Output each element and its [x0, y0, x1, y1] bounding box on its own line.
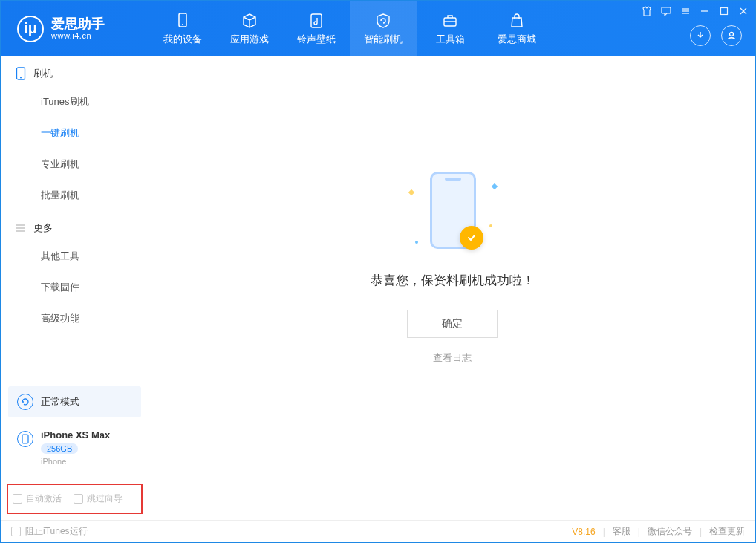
device-card[interactable]: iPhone XS Max 256GB iPhone — [8, 422, 141, 473]
checkmark-badge-icon — [460, 226, 483, 250]
footer-link-wechat[interactable]: 微信公众号 — [648, 525, 692, 538]
user-account-button[interactable] — [721, 25, 742, 46]
sidebar-item-other-tools[interactable]: 其他工具 — [1, 241, 149, 272]
checkbox-skip-guide[interactable]: 跳过向导 — [74, 492, 123, 505]
checkbox-icon — [74, 494, 83, 504]
tab-my-device[interactable]: 我的设备 — [149, 1, 216, 56]
app-title: 爱思助手 — [51, 17, 105, 32]
feedback-icon[interactable] — [660, 5, 672, 17]
svg-rect-2 — [311, 14, 322, 27]
main-tabs: 我的设备 应用游戏 铃声壁纸 智能刷机 工具箱 爱思商城 — [149, 1, 550, 56]
tab-apps-games[interactable]: 应用游戏 — [216, 1, 283, 56]
sidebar-item-batch-flash[interactable]: 批量刷机 — [1, 180, 149, 211]
bag-icon — [508, 12, 526, 30]
sidebar-section-flash: 刷机 — [1, 56, 149, 86]
view-log-link[interactable]: 查看日志 — [433, 351, 472, 365]
checkbox-icon — [11, 527, 21, 536]
footer-link-update[interactable]: 检查更新 — [709, 525, 745, 538]
sidebar-item-oneclick-flash[interactable]: 一键刷机 — [1, 117, 149, 149]
logo-icon: iμ — [17, 16, 44, 42]
header-actions — [690, 25, 742, 46]
music-note-icon — [307, 12, 325, 30]
svg-point-13 — [730, 33, 734, 36]
svg-rect-19 — [22, 435, 28, 443]
checkbox-icon — [13, 494, 22, 504]
svg-rect-5 — [662, 7, 671, 13]
main-content: 恭喜您，保资料刷机成功啦！ 确定 查看日志 — [149, 56, 755, 520]
device-icon — [174, 12, 192, 30]
app-subtitle: www.i4.cn — [51, 31, 105, 40]
cube-icon — [241, 12, 258, 30]
tab-smart-flash[interactable]: 智能刷机 — [350, 1, 417, 56]
svg-point-1 — [182, 24, 183, 25]
shield-refresh-icon — [374, 12, 392, 30]
phone-icon — [16, 67, 26, 80]
sidebar-section-more: 更多 — [1, 211, 149, 241]
tab-ringtones-wallpapers[interactable]: 铃声壁纸 — [283, 1, 350, 56]
sidebar-item-pro-flash[interactable]: 专业刷机 — [1, 149, 149, 180]
download-button[interactable] — [690, 25, 711, 46]
device-type: iPhone — [41, 457, 110, 466]
device-capacity: 256GB — [41, 443, 78, 454]
footer-bar: 阻止iTunes运行 V8.16 | 客服 | 微信公众号 | 检查更新 — [1, 520, 755, 542]
success-illustration — [408, 168, 497, 257]
success-message: 恭喜您，保资料刷机成功啦！ — [371, 272, 535, 289]
checkbox-auto-activate[interactable]: 自动激活 — [13, 492, 62, 505]
refresh-icon — [17, 394, 33, 410]
mode-label: 正常模式 — [41, 395, 79, 409]
app-logo[interactable]: iμ 爱思助手 www.i4.cn — [1, 16, 149, 42]
svg-rect-10 — [721, 8, 728, 15]
svg-point-15 — [20, 77, 22, 79]
sidebar-item-download-firmware[interactable]: 下载固件 — [1, 272, 149, 303]
ok-button[interactable]: 确定 — [407, 310, 498, 338]
version-label: V8.16 — [572, 527, 595, 537]
tab-store[interactable]: 爱思商城 — [483, 1, 550, 56]
sidebar-item-advanced[interactable]: 高级功能 — [1, 303, 149, 334]
device-phone-icon — [17, 431, 33, 447]
device-name: iPhone XS Max — [41, 429, 110, 440]
maximize-button[interactable] — [718, 5, 730, 17]
close-button[interactable] — [737, 5, 749, 17]
footer-link-support[interactable]: 客服 — [613, 525, 630, 538]
highlighted-options-box: 自动激活 跳过向导 — [7, 484, 143, 514]
mode-card[interactable]: 正常模式 — [8, 386, 141, 417]
checkbox-block-itunes[interactable]: 阻止iTunes运行 — [11, 525, 88, 538]
sidebar: 刷机 iTunes刷机 一键刷机 专业刷机 批量刷机 更多 其他工具 下载固件 … — [1, 56, 149, 520]
sidebar-item-itunes-flash[interactable]: iTunes刷机 — [1, 86, 149, 117]
toolbox-icon — [441, 12, 459, 30]
list-icon — [16, 223, 26, 233]
header-bar: iμ 爱思助手 www.i4.cn 我的设备 应用游戏 铃声壁纸 智能刷机 工具… — [1, 1, 755, 56]
window-controls — [641, 5, 749, 17]
menu-icon[interactable] — [680, 5, 691, 17]
skin-icon[interactable] — [641, 5, 653, 17]
minimize-button[interactable] — [699, 5, 711, 17]
tab-toolbox[interactable]: 工具箱 — [417, 1, 483, 56]
